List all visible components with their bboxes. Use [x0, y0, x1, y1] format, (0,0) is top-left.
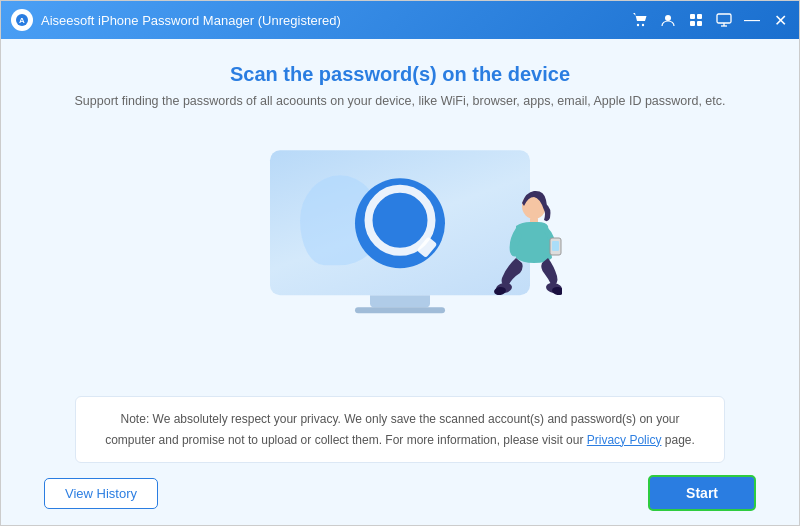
- main-content: Scan the password(s) on the device Suppo…: [1, 39, 799, 526]
- illustration: [210, 126, 590, 346]
- svg-text:A: A: [19, 16, 25, 25]
- app-title: Aiseesoft iPhone Password Manager (Unreg…: [41, 13, 631, 28]
- person-illustration: [472, 188, 562, 318]
- start-button[interactable]: Start: [648, 475, 756, 511]
- monitor-icon[interactable]: [715, 11, 733, 29]
- svg-point-2: [637, 24, 639, 26]
- close-icon[interactable]: ✕: [771, 11, 789, 29]
- user-icon[interactable]: [659, 11, 677, 29]
- view-history-button[interactable]: View History: [44, 478, 158, 509]
- monitor-base: [355, 307, 445, 313]
- svg-rect-7: [690, 21, 695, 26]
- svg-rect-15: [552, 241, 559, 251]
- cart-icon[interactable]: [631, 11, 649, 29]
- search-circle: [355, 178, 445, 268]
- window-controls: — ✕: [631, 11, 789, 29]
- svg-point-4: [665, 15, 671, 21]
- note-section: Note: We absolutely respect your privacy…: [75, 396, 725, 463]
- monitor-stand: [370, 295, 430, 307]
- grid-icon[interactable]: [687, 11, 705, 29]
- app-logo: A: [11, 9, 33, 31]
- privacy-policy-link[interactable]: Privacy Policy: [587, 433, 662, 447]
- title-bar: A Aiseesoft iPhone Password Manager (Unr…: [1, 1, 799, 39]
- note-suffix: page.: [665, 433, 695, 447]
- minimize-icon[interactable]: —: [743, 11, 761, 29]
- svg-point-3: [642, 24, 644, 26]
- page-title: Scan the password(s) on the device: [230, 63, 570, 86]
- svg-rect-9: [717, 14, 731, 23]
- svg-rect-8: [697, 21, 702, 26]
- page-subtitle: Support finding the passwords of all aco…: [74, 94, 725, 108]
- svg-rect-5: [690, 14, 695, 19]
- svg-rect-6: [697, 14, 702, 19]
- bottom-bar: View History Start: [40, 475, 760, 511]
